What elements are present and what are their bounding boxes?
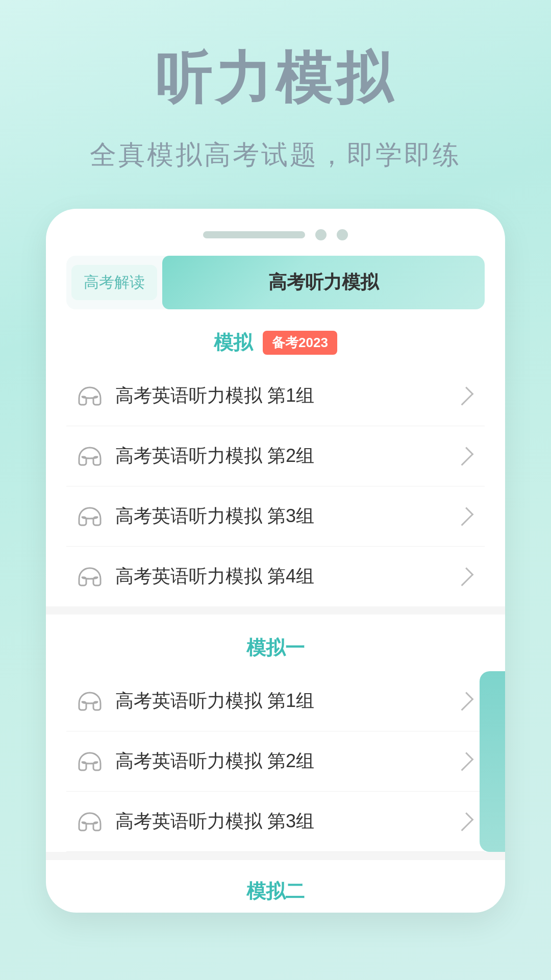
list-item[interactable]: 高考英语听力模拟 第1组 [66,671,485,731]
page-subtitle: 全真模拟高考试题，即学即练 [90,137,461,173]
item-label: 高考英语听力模拟 第3组 [115,809,459,834]
phone-top-bar [46,229,505,240]
list-item[interactable]: 高考英语听力模拟 第4组 [66,547,485,606]
section-moni1-list: 高考英语听力模拟 第1组 高考英语听力模拟 第2组 高考英语 [46,671,505,852]
tab-gaokao-jiedu[interactable]: 高考解读 [71,265,157,300]
section-moni1-title: 模拟一 [246,635,305,661]
item-label: 高考英语听力模拟 第2组 [115,444,459,469]
page-container: 听力模拟 全真模拟高考试题，即学即练 高考解读 高考听力模拟 模拟 备考2023 [0,0,551,980]
list-item[interactable]: 高考英语听力模拟 第3组 [66,486,485,547]
list-item[interactable]: 高考英语听力模拟 第1组 [66,366,485,426]
right-decoration-panel [480,671,505,852]
headphone-icon [77,446,103,467]
section-moni-title: 模拟 [214,330,253,356]
headphone-icon [77,385,103,407]
page-title: 听力模拟 [155,41,396,117]
tabs-container: 高考解读 高考听力模拟 [66,256,485,309]
section-moni-header: 模拟 备考2023 [46,309,505,366]
item-label: 高考英语听力模拟 第1组 [115,689,459,714]
section-moni-badge: 备考2023 [263,331,337,355]
section-moni1-header: 模拟一 [46,615,505,671]
headphone-icon [77,506,103,527]
section-divider [46,606,505,615]
headphone-icon [77,566,103,587]
headphone-icon [77,811,103,832]
phone-dot-1 [315,229,327,240]
list-item[interactable]: 高考英语听力模拟 第3组 [66,792,485,852]
item-label: 高考英语听力模拟 第3组 [115,504,459,529]
headphone-icon [77,751,103,772]
section-moni2-title: 模拟二 [246,878,305,904]
notch-bar [203,231,305,238]
phone-dot-2 [337,229,348,240]
item-label: 高考英语听力模拟 第4组 [115,564,459,589]
section-moni2-header: 模拟二 [46,860,505,913]
list-item[interactable]: 高考英语听力模拟 第2组 [66,731,485,792]
tab-gaokao-tingli[interactable]: 高考听力模拟 [162,256,485,309]
section-divider-2 [46,852,505,860]
list-item[interactable]: 高考英语听力模拟 第2组 [66,426,485,486]
section-moni-list: 高考英语听力模拟 第1组 高考英语听力模拟 第2组 高考英语 [46,366,505,606]
item-label: 高考英语听力模拟 第1组 [115,383,459,408]
item-label: 高考英语听力模拟 第2组 [115,749,459,774]
headphone-icon [77,691,103,712]
phone-card: 高考解读 高考听力模拟 模拟 备考2023 高考英语听力模拟 第1组 [46,209,505,913]
